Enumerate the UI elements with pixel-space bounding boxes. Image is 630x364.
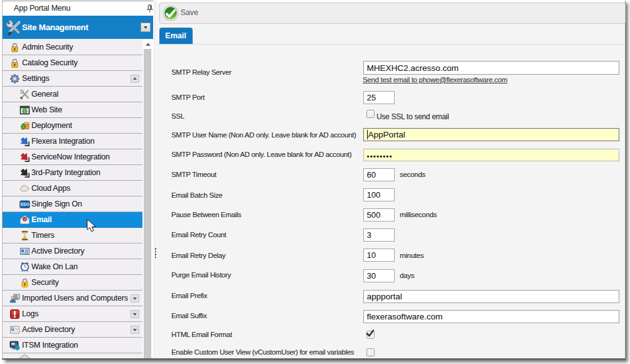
- svg-text:SSO: SSO: [20, 202, 29, 206]
